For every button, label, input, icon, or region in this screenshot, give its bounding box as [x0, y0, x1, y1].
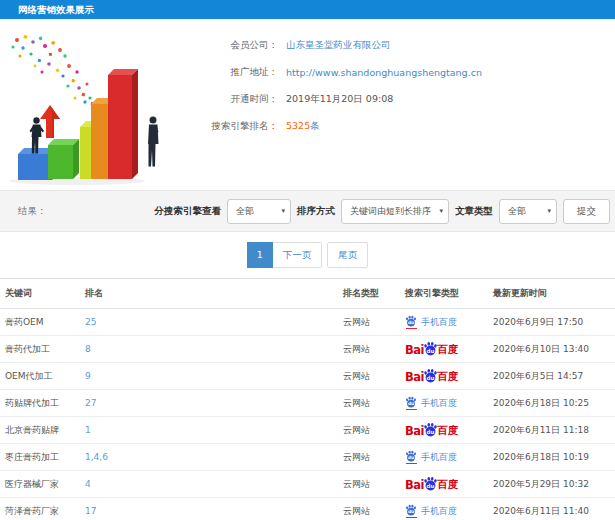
baidu-logo: Bai du 百度 — [405, 476, 458, 492]
rank-link[interactable]: 1 — [85, 417, 343, 444]
engine-rank-row: 搜索引擎排名： 5325条 — [196, 113, 615, 140]
baidu-logo: Bai du 百度 — [405, 368, 458, 384]
engine-view-select[interactable]: 全部 ▾ — [227, 199, 291, 224]
keyword-cell: 菏泽膏药厂家 — [0, 498, 85, 520]
engine-view-label: 分搜索引擎查看 — [155, 205, 222, 218]
open-time-row: 开通时间： 2019年11月20日 09:08 — [196, 86, 615, 113]
table-row: 北京膏药贴牌 1 云网站 Bai du 百度 202 — [0, 417, 615, 444]
keyword-cell: 医疗器械厂家 — [0, 471, 85, 498]
baidu-logo-cn-text: 百度 — [437, 424, 458, 438]
filter-controls: 分搜索引擎查看 全部 ▾ 排序方式 关键词由短到长排序 ▾ 文章类型 全部 ▾ … — [155, 199, 611, 224]
keyword-cell: 药贴牌代加工 — [0, 390, 85, 417]
update-time-cell: 2020年5月29日 10:32 — [493, 471, 615, 498]
table-row: OEM代加工 9 云网站 Bai du 百度 202 — [0, 363, 615, 390]
mobile-baidu-logo: du 手机百度 — [405, 315, 457, 330]
rank-type-cell: 云网站 — [343, 336, 405, 363]
col-update-time: 最新更新时间 — [493, 279, 615, 309]
company-info-section: 会员公司： 山东皇圣堂药业有限公司 推广地址： http://www.shand… — [0, 19, 615, 190]
table-row: 膏药OEM 25 云网站 du — [0, 309, 615, 336]
keyword-cell: 膏药代加工 — [0, 336, 85, 363]
svg-text:du: du — [408, 509, 414, 514]
result-label: 结果： — [18, 205, 47, 218]
businessman-right — [148, 117, 159, 167]
rank-link[interactable]: 8 — [85, 336, 343, 363]
promo-url-row: 推广地址： http://www.shandonghuangshengtang.… — [196, 59, 615, 86]
mobile-baidu-logo: du 手机百度 — [405, 450, 457, 465]
engine-type-cell: du 手机百度 — [405, 444, 493, 471]
page-title-bar: 网络营销效果展示 — [0, 0, 615, 19]
table-row: 菏泽膏药厂家 17 云网站 du — [0, 498, 615, 520]
rank-type-cell: 云网站 — [343, 390, 405, 417]
rank-link[interactable]: 1,4,6 — [85, 444, 343, 471]
table-row: 药贴牌代加工 27 云网站 du — [0, 390, 615, 417]
keyword-cell: 膏药OEM — [0, 309, 85, 336]
submit-button[interactable]: 提交 — [563, 199, 610, 224]
sort-label: 排序方式 — [297, 205, 335, 218]
rank-link[interactable]: 17 — [85, 498, 343, 520]
mobile-baidu-label: 手机百度 — [421, 316, 457, 329]
svg-text:du: du — [408, 320, 414, 325]
rank-type-cell: 云网站 — [343, 309, 405, 336]
col-rank-type: 排名类型 — [343, 279, 405, 309]
baidu-paw-icon: du — [423, 368, 438, 383]
rank-type-cell: 云网站 — [343, 444, 405, 471]
rank-link[interactable]: 9 — [85, 363, 343, 390]
company-info-rows: 会员公司： 山东皇圣堂药业有限公司 推广地址： http://www.shand… — [196, 19, 615, 140]
update-time-cell: 2020年6月18日 10:25 — [493, 390, 615, 417]
article-type-select[interactable]: 全部 ▾ — [499, 199, 557, 224]
rank-unit: 条 — [310, 120, 320, 131]
rank-type-cell: 云网站 — [343, 363, 405, 390]
article-type-label: 文章类型 — [455, 205, 493, 218]
last-page-button[interactable]: 尾页 — [327, 242, 368, 268]
svg-text:du: du — [427, 429, 435, 435]
page-current[interactable]: 1 — [247, 242, 273, 268]
update-time-cell: 2020年6月11日 11:18 — [493, 417, 615, 444]
engine-view-selected: 全部 — [236, 205, 254, 218]
pagination: 1 下一页 尾页 — [0, 232, 615, 278]
mobile-baidu-label: 手机百度 — [421, 451, 457, 464]
engine-type-cell: Bai du 百度 — [405, 471, 493, 498]
next-page-button[interactable]: 下一页 — [273, 242, 323, 268]
red-underline — [406, 409, 417, 411]
table-header-row: 关键词 排名 排名类型 搜索引擎类型 最新更新时间 — [0, 279, 615, 309]
update-time-cell: 2020年6月18日 10:19 — [493, 444, 615, 471]
engine-type-cell: Bai du 百度 — [405, 336, 493, 363]
red-underline — [406, 328, 417, 330]
keyword-rank-table: 关键词 排名 排名类型 搜索引擎类型 最新更新时间 膏药OEM 25 云网站 — [0, 278, 615, 520]
svg-text:du: du — [408, 455, 414, 460]
sort-select[interactable]: 关键词由短到长排序 ▾ — [341, 199, 449, 224]
rank-link[interactable]: 25 — [85, 309, 343, 336]
col-engine-type: 搜索引擎类型 — [405, 279, 493, 309]
open-time-value: 2019年11月20日 09:08 — [286, 93, 393, 106]
rank-link[interactable]: 27 — [85, 390, 343, 417]
baidu-logo-cn-text: 百度 — [437, 478, 458, 492]
svg-text:du: du — [427, 348, 435, 354]
rank-link[interactable]: 4 — [85, 471, 343, 498]
svg-text:du: du — [408, 401, 414, 406]
baidu-paw-icon: du — [405, 396, 417, 411]
keyword-cell: 枣庄膏药加工 — [0, 444, 85, 471]
member-company-label: 会员公司： — [196, 39, 278, 52]
sort-selected: 关键词由短到长排序 — [350, 205, 431, 218]
keyword-cell: OEM代加工 — [0, 363, 85, 390]
promo-url-link[interactable]: http://www.shandonghuangshengtang.cn — [286, 67, 482, 78]
baidu-logo-cn-text: 百度 — [437, 370, 458, 384]
member-company-link[interactable]: 山东皇圣堂药业有限公司 — [286, 39, 391, 52]
red-underline — [406, 517, 417, 519]
chevron-down-icon: ▾ — [547, 207, 551, 215]
table-row: 枣庄膏药加工 1,4,6 云网站 du — [0, 444, 615, 471]
chevron-down-icon: ▾ — [281, 207, 285, 215]
keyword-cell: 北京膏药贴牌 — [0, 417, 85, 444]
bar-green — [48, 139, 79, 179]
engine-type-cell: du 手机百度 — [405, 309, 493, 336]
baidu-paw-icon: du — [423, 341, 438, 356]
baidu-logo: Bai du 百度 — [405, 422, 458, 438]
bar-red — [108, 69, 138, 179]
engine-type-cell: Bai du 百度 — [405, 417, 493, 444]
table-body: 膏药OEM 25 云网站 du — [0, 309, 615, 520]
update-time-cell: 2020年6月5日 14:57 — [493, 363, 615, 390]
page-title: 网络营销效果展示 — [18, 4, 94, 15]
baidu-paw-icon: du — [405, 504, 417, 519]
engine-type-cell: Bai du 百度 — [405, 363, 493, 390]
mobile-baidu-logo: du 手机百度 — [405, 504, 457, 519]
